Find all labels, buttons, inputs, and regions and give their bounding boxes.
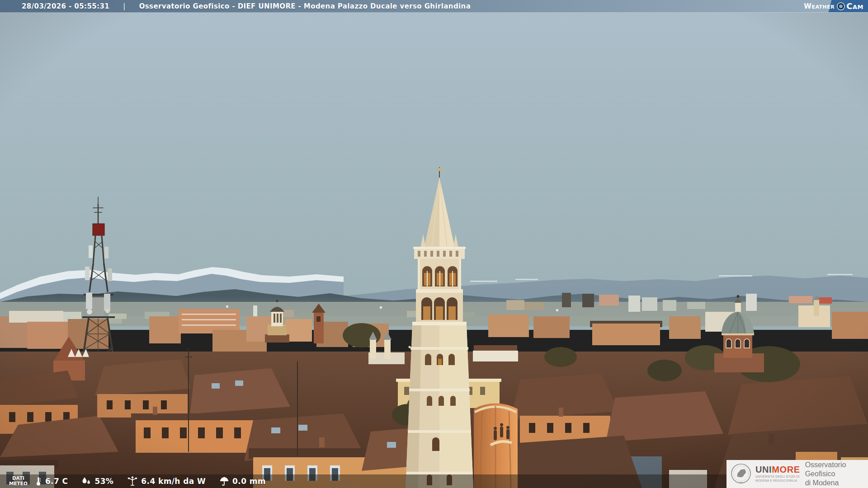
rain-reading: 0.0 mm	[219, 476, 266, 486]
weathercam-logo-cam: Cam	[846, 1, 863, 11]
observatory-name: Osservatorio Geofisico di Modena	[805, 460, 868, 488]
temperature-value: 6.7 C	[45, 477, 68, 486]
thermometer-icon	[35, 476, 42, 486]
vignette	[0, 0, 868, 488]
title-separator: |	[123, 2, 125, 10]
unimore-branding-box: UNIMORE UNIVERSITÀ DEGLI STUDI DI MODENA…	[726, 460, 868, 488]
wind-value: 6.4 km/h da W	[141, 477, 206, 486]
title-bar: 28/03/2026 - 05:55:31 | Osservatorio Geo…	[0, 0, 868, 13]
umbrella-icon	[219, 476, 229, 486]
weathercam-logo: Weather Cam	[804, 0, 868, 12]
wind-reading: 6.4 km/h da W	[127, 476, 206, 486]
webcam-photo	[0, 0, 868, 488]
humidity-value: 53%	[94, 477, 113, 486]
temperature-reading: 6.7 C	[35, 476, 68, 486]
weathercam-logo-weather: Weather	[804, 2, 835, 10]
unimore-uni-text: UNI	[755, 465, 772, 474]
unimore-subtitle: UNIVERSITÀ DEGLI STUDI DI MODENA E REGGI…	[755, 475, 800, 483]
unimore-wordmark: UNIMORE UNIVERSITÀ DEGLI STUDI DI MODENA…	[755, 465, 800, 483]
webcam-frame: 28/03/2026 - 05:55:31 | Osservatorio Geo…	[0, 0, 868, 488]
anemometer-icon	[127, 476, 138, 486]
weathercam-globe-icon	[837, 2, 845, 10]
page-title: Osservatorio Geofisico - DIEF UNIMORE - …	[139, 2, 471, 10]
timestamp: 28/03/2026 - 05:55:31	[22, 2, 109, 10]
unimore-more-text: MORE	[772, 465, 800, 474]
unimore-seal-icon	[730, 462, 752, 486]
humidity-reading: 53%	[81, 477, 113, 486]
humidity-icon	[81, 477, 91, 486]
rain-value: 0.0 mm	[232, 477, 266, 486]
dati-meteo-label: DATI METEO	[9, 476, 28, 486]
